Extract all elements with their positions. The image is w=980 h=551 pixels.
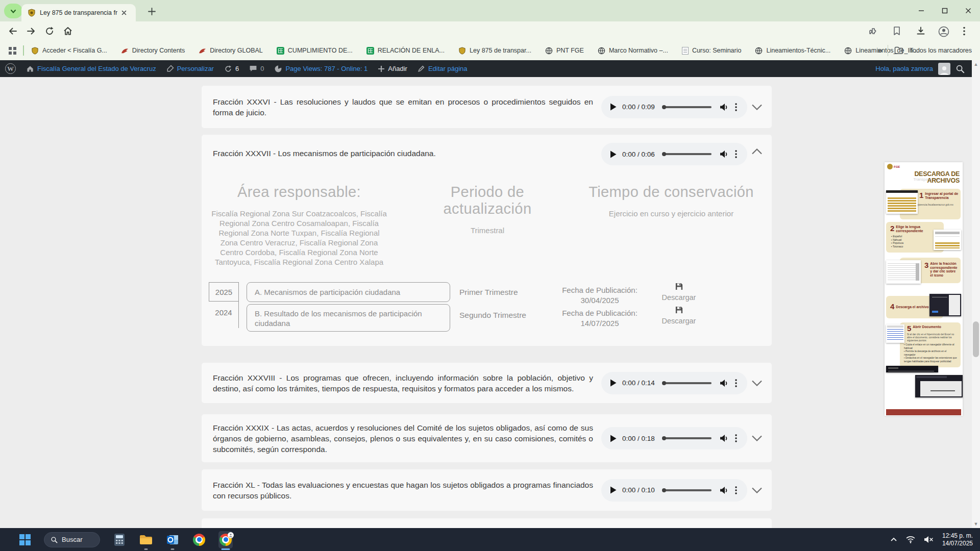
expand-chevron-down-icon[interactable] [751, 104, 763, 111]
volume-icon[interactable] [719, 434, 728, 443]
start-button[interactable] [19, 534, 31, 545]
adminbar-site-link[interactable]: Fiscalía General del Estado de Veracruz [26, 65, 156, 73]
tray-chevron-up-icon[interactable] [890, 537, 897, 542]
year-tab-2024[interactable]: 2024 [209, 302, 238, 322]
infographic-footer-bar [886, 409, 961, 415]
bookmarks-overflow-chevron[interactable]: » [877, 45, 881, 56]
collapse-chevron-up-icon[interactable] [751, 148, 763, 155]
play-icon[interactable] [610, 486, 617, 494]
bookmark-lineamientos-tecnic[interactable]: Lineamientos-Técnic... [755, 47, 830, 55]
play-icon[interactable] [610, 435, 617, 442]
fraction-text: Fracción XL - Todas las evaluaciones y e… [213, 480, 593, 501]
download-button[interactable]: Descargar [656, 306, 702, 325]
year-tab-2025[interactable]: 2025 [209, 282, 238, 302]
taskbar-clock[interactable]: 12:45 p. m. 14/07/2025 [942, 532, 973, 547]
play-icon[interactable] [610, 379, 617, 387]
audio-menu-kebab-icon[interactable] [735, 486, 737, 494]
taskbar-chrome-profile-icon-active[interactable] [218, 531, 233, 548]
taskbar-file-explorer-icon[interactable] [139, 531, 153, 548]
adminbar-page-views[interactable]: Page Views: 787 - Online: 1 [274, 65, 368, 73]
extensions-puzzle-icon[interactable] [868, 26, 878, 38]
back-button[interactable] [7, 26, 18, 37]
bookmark-marco-normativo[interactable]: Marco Normativo –... [598, 47, 668, 55]
step-title: Abrir Documento [913, 325, 941, 332]
page-scrollbar[interactable]: ▲ ▼ [972, 60, 980, 528]
scrollbar-thumb[interactable] [973, 321, 979, 357]
fge-logo: FGE [887, 164, 900, 169]
audio-progress-bar[interactable] [663, 106, 712, 108]
tab-search-button[interactable] [4, 4, 22, 18]
adminbar-personalize[interactable]: Personalizar [166, 65, 214, 72]
home-button[interactable] [62, 26, 74, 37]
conservation-header: Tiempo de conservación [577, 184, 766, 201]
apps-grid-icon[interactable] [8, 46, 17, 55]
home-icon [26, 65, 34, 73]
volume-icon[interactable] [719, 149, 728, 159]
audio-progress-bar[interactable] [663, 153, 712, 155]
step-number: 3 [924, 262, 928, 277]
new-tab-button[interactable] [145, 5, 158, 18]
reload-button[interactable] [44, 26, 55, 37]
search-icon[interactable] [955, 64, 965, 73]
bookmark-acceder[interactable]: Acceder < Fiscalía G... [31, 47, 107, 55]
adminbar-comments[interactable]: 0 [249, 65, 264, 72]
bookmark-pnt-fge[interactable]: PNT FGE [545, 47, 584, 55]
audio-menu-kebab-icon[interactable] [735, 150, 737, 158]
audio-progress-bar[interactable] [663, 437, 712, 439]
descarga-archivos-infographic: FGE Transparencia DESCARGA DE ARCHIVOS 1… [885, 162, 963, 416]
audio-menu-kebab-icon[interactable] [735, 434, 737, 442]
scroll-up-arrow-icon[interactable]: ▲ [972, 60, 980, 68]
dark-window-thumb [915, 375, 963, 397]
audio-progress-bar[interactable] [663, 489, 712, 491]
bookmark-directory-global[interactable]: Directory GLOBAL [199, 47, 263, 54]
clock-date: 14/07/2025 [942, 540, 973, 547]
all-bookmarks-button[interactable]: Todos los marcadores [910, 47, 972, 54]
scroll-down-arrow-icon[interactable]: ▼ [972, 520, 980, 528]
minimize-button[interactable] [910, 0, 933, 21]
download-button[interactable]: Descargar [656, 282, 702, 302]
tab-close-icon[interactable] [120, 9, 128, 16]
globe-favicon-icon [598, 47, 605, 55]
play-icon[interactable] [610, 103, 617, 111]
adminbar-add-new[interactable]: Añadir [378, 65, 407, 72]
adminbar-updates[interactable]: 6 [224, 65, 239, 73]
expand-chevron-down-icon[interactable] [751, 435, 763, 442]
bookmark-ley-875[interactable]: Ley 875 de transpar... [458, 47, 531, 55]
avatar[interactable] [938, 63, 950, 75]
adminbar-greeting[interactable]: Hola, paola zamora [875, 65, 933, 72]
downloads-icon[interactable] [916, 26, 926, 38]
comment-count: 0 [260, 65, 264, 72]
browser-menu-kebab-icon[interactable] [963, 26, 966, 38]
extension-flag-icon[interactable] [892, 26, 901, 38]
volume-icon[interactable] [719, 486, 728, 495]
audio-menu-kebab-icon[interactable] [735, 103, 737, 111]
volume-icon[interactable] [719, 103, 728, 112]
wordpress-logo-icon[interactable]: W [5, 63, 16, 74]
taskbar-outlook-icon[interactable] [165, 531, 180, 548]
bookmark-relacion[interactable]: RELACIÓN DE ENLA... [366, 47, 445, 55]
audio-progress-bar[interactable] [663, 382, 712, 384]
volume-icon[interactable] [719, 379, 728, 388]
adminbar-edit-page[interactable]: Editar página [418, 65, 468, 72]
expand-chevron-down-icon[interactable] [751, 487, 763, 494]
taskbar-search[interactable]: Buscar [44, 532, 100, 547]
wifi-icon[interactable] [905, 536, 916, 543]
windows-taskbar: Buscar 12:45 [0, 528, 980, 551]
doc-box-b[interactable]: B. Resultado de los mecanismos de partic… [247, 304, 450, 332]
taskbar-calculator-icon[interactable] [112, 531, 127, 548]
close-button[interactable] [957, 0, 980, 21]
expand-chevron-down-icon[interactable] [751, 380, 763, 387]
maximize-button[interactable] [933, 0, 957, 21]
doc-box-a[interactable]: A. Mecanismos de participación ciudadana [247, 282, 450, 302]
profile-icon[interactable] [938, 26, 949, 39]
bookmark-curso-seminario[interactable]: Curso: Seminario [682, 47, 742, 55]
play-icon[interactable] [610, 151, 617, 158]
forward-button[interactable] [26, 26, 37, 37]
taskbar-chrome-icon[interactable] [192, 531, 206, 548]
browser-tab-active[interactable]: Ley 875 de transparencia fracci [21, 4, 136, 21]
bookmark-directory-contents[interactable]: Directory Contents [121, 47, 185, 54]
audio-menu-kebab-icon[interactable] [735, 379, 737, 387]
audio-time: 0:00 / 0:09 [622, 103, 655, 111]
bookmark-cumplimiento[interactable]: CUMPLIMIENTO DE... [277, 47, 353, 55]
volume-muted-icon[interactable] [924, 536, 934, 543]
